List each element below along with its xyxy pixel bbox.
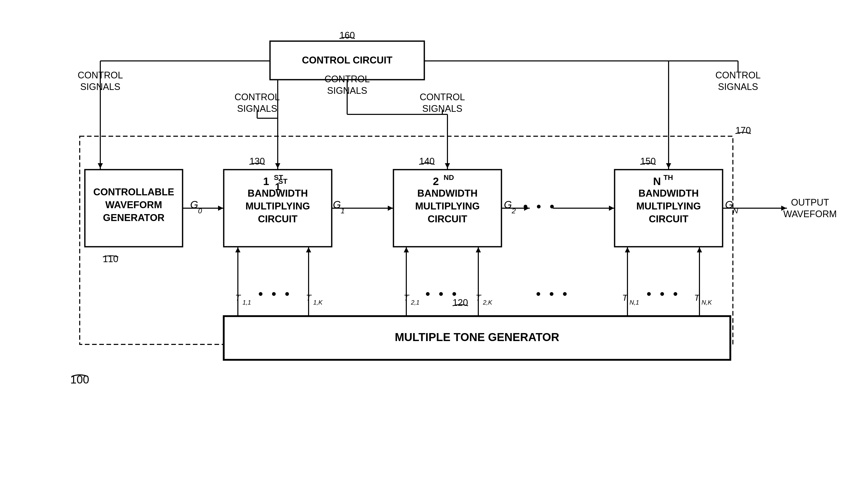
t2k-sub: 2,K <box>483 299 493 306</box>
bmc1-label-4: CIRCUIT <box>258 214 298 224</box>
dots-t3: • • • <box>536 287 570 301</box>
cs-right-line2: SIGNALS <box>718 82 758 92</box>
bmc2-ordinal-nd: ND <box>444 174 454 181</box>
tnk-sub: N,K <box>701 299 712 306</box>
bmcn-label-4: CIRCUIT <box>649 214 688 224</box>
dots-horizontal: • • • <box>523 199 557 214</box>
t1k-sub: 1,K <box>313 299 323 306</box>
bmcn-ref: 150 <box>640 156 656 166</box>
bmc1-label-2: BANDWIDTH <box>248 188 308 199</box>
arrow-bmcn <box>666 163 671 168</box>
bmc1-ordinal: 1 <box>263 175 269 187</box>
tn1-sub: N,1 <box>629 299 639 306</box>
cwg-label-line3: GENERATOR <box>103 212 164 223</box>
g0-arrow <box>218 205 223 211</box>
cs-c1-line1: CONTROL <box>234 92 280 102</box>
tn1-arrow <box>625 247 630 252</box>
bmc2-ordinal: 2 <box>433 175 439 187</box>
bmcn-label-3: MULTIPLYING <box>636 201 701 212</box>
g1-arrow <box>388 205 393 211</box>
bmc1-ordinal-st: ST <box>274 174 283 181</box>
output-waveform-line2: WAVEFORM <box>783 209 837 219</box>
gn-in-arrow <box>609 205 614 211</box>
dots-t2: • • • <box>426 287 459 301</box>
bmc2-ref: 140 <box>419 156 434 166</box>
dots-t1: • • • <box>259 287 292 301</box>
mtg-label: MULTIPLE TONE GENERATOR <box>395 331 559 343</box>
diagram-container: CONTROL CIRCUIT 160 170 CONTROLLABLE WAV… <box>0 0 854 504</box>
cwg-label-line1: CONTROLLABLE <box>93 186 174 197</box>
t21-sub: 2,1 <box>411 299 420 306</box>
arrow-cwg <box>98 163 103 168</box>
bmcn-label-2: BANDWIDTH <box>639 188 699 199</box>
bmc2-label-2: BANDWIDTH <box>417 188 478 199</box>
cwg-label-line2: WAVEFORM <box>105 199 162 210</box>
arrow-bmc2 <box>445 163 450 168</box>
bmc2-label-4: CIRCUIT <box>428 214 467 224</box>
control-circuit-label: CONTROL CIRCUIT <box>302 55 392 66</box>
t11-arrow <box>235 247 241 252</box>
dots-tn: • • • <box>647 287 680 301</box>
outer-box-ref: 170 <box>735 125 751 136</box>
t2k-arrow <box>476 247 481 252</box>
control-circuit-ref: 160 <box>339 30 355 41</box>
arrow-bmc1 <box>275 163 280 168</box>
bmc1-ref: 130 <box>249 156 265 166</box>
t11-sub: 1,1 <box>243 299 251 306</box>
t21-arrow <box>404 247 409 252</box>
t1k-arrow <box>306 247 311 252</box>
bmc1-label-3: MULTIPLYING <box>245 201 310 212</box>
bmcn-ordinal: N <box>653 175 661 187</box>
cs-c3-line1: CONTROL <box>420 92 465 102</box>
tnk-arrow <box>697 247 702 252</box>
bmc2-label-3: MULTIPLYING <box>415 201 480 212</box>
bmcn-ordinal-th: TH <box>663 174 673 181</box>
output-waveform-line1: OUTPUT <box>791 197 829 208</box>
cwg-ref: 110 <box>103 254 118 264</box>
